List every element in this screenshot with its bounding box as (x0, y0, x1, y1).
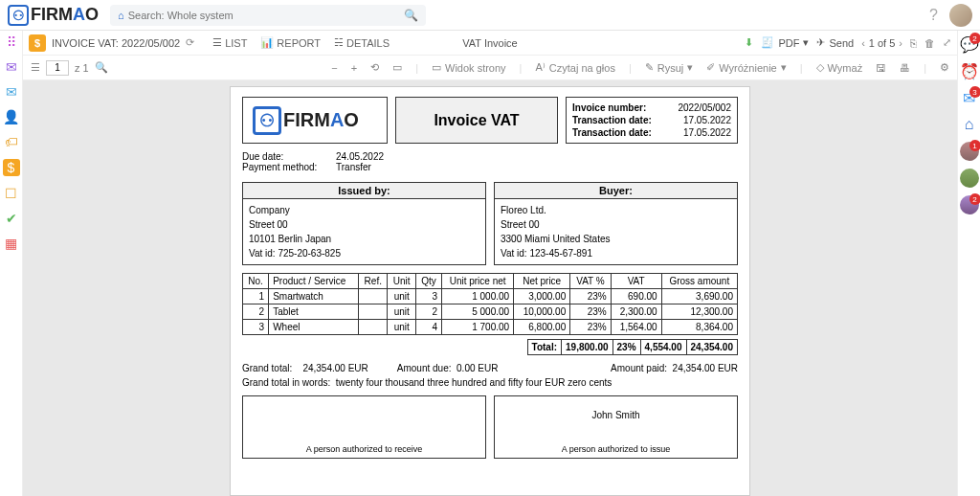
erase-icon: ◇ (816, 61, 824, 74)
search-icon[interactable]: 🔍 (404, 9, 418, 22)
print-icon[interactable]: 🖶 (900, 62, 910, 74)
speaker-icon: A⁾ (535, 61, 545, 74)
logo-icon: ⚇ (8, 5, 29, 26)
left-sidebar: ⠿ ✉ ✉ 👤 🏷 $ ☐ ✔ ▦ (0, 31, 23, 496)
highlight-icon: ✐ (706, 61, 715, 74)
pdf-viewer-toolbar: ☰ z 1 🔍 − + ⟲ ▭ | ▭Widok strony | A⁾Czyt… (23, 56, 957, 80)
view-list-button[interactable]: ☰LIST (208, 34, 252, 51)
view-details-button[interactable]: ☵DETAILS (329, 34, 394, 51)
send-icon: ✈ (816, 36, 825, 49)
sidebar-tag-icon[interactable]: 🏷 (4, 134, 19, 149)
invoice-meta: Invoice number:2022/05/002 Transaction d… (566, 97, 738, 144)
app-logo: ⚇ FIRMAO (8, 5, 99, 26)
invoice-logo-box: ⚇ FIRMAO (242, 97, 388, 144)
invoice-logo-icon: ⚇ (253, 106, 281, 135)
page-info: 1 of 5 (869, 37, 896, 49)
page-view-icon: ▭ (432, 61, 441, 74)
invoice-page: ⚇ FIRMAO Invoice VAT Invoice number:2022… (230, 86, 750, 496)
doc-title: INVOICE VAT: 2022/05/002 (52, 37, 180, 49)
invoice-title: Invoice VAT (395, 97, 558, 144)
buyer-box: Buyer: Floreo Ltd. Street 00 3300 Miami … (494, 182, 738, 265)
send-button[interactable]: ✈Send (816, 36, 854, 49)
table-row: 1Smartwatchunit31 000.003,000.0023%690.0… (243, 289, 738, 304)
sidebar-chat-icon[interactable]: ✉ (4, 59, 19, 75)
table-row: 2Tabletunit25 000.0010,000.0023%2,300.00… (243, 304, 738, 320)
report-icon: 📊 (260, 36, 274, 49)
search-scope-icon: ⌂ (118, 10, 124, 21)
refresh-icon[interactable]: ⟳ (186, 36, 194, 49)
search-input[interactable] (128, 10, 404, 21)
presence-user-1[interactable]: 1 (960, 142, 979, 161)
presence-user-2[interactable] (960, 169, 979, 188)
zoom-in-icon[interactable]: + (351, 62, 357, 74)
delete-icon[interactable]: 🗑 (924, 37, 935, 49)
sidebar-box-icon[interactable]: ☐ (4, 186, 19, 201)
draw-icon: ✎ (645, 61, 654, 74)
logo-text: FIRM (31, 5, 73, 25)
issued-by-box: Issued by: Company Street 00 10101 Berli… (242, 182, 486, 265)
sidebar-mail-icon[interactable]: ✉ (4, 84, 19, 100)
expand-icon[interactable]: ⤢ (943, 36, 951, 49)
download-icon[interactable]: ⬇ (745, 36, 753, 49)
notif-logo[interactable]: ⌂ (960, 115, 979, 134)
find-icon[interactable]: 🔍 (95, 61, 108, 74)
details-icon: ☵ (334, 36, 344, 49)
items-table: No. Product / Service Ref. Unit Qty Unit… (242, 273, 738, 335)
pdf-dropdown[interactable]: 🧾PDF▾ (761, 36, 809, 49)
invoice-due: Due date:24.05.2022 Payment method:Trans… (242, 151, 738, 172)
notif-chat[interactable]: 💬2 (960, 34, 979, 54)
list-icon: ☰ (212, 36, 222, 49)
doc-type-badge-icon: $ (29, 34, 46, 52)
sidebar-toggle-icon[interactable]: ☰ (31, 61, 40, 74)
signature-receiver: A person authorized to receive (242, 395, 486, 459)
page-input[interactable] (46, 60, 69, 76)
sidebar-check-icon[interactable]: ✔ (4, 211, 19, 226)
page-prev-icon[interactable]: ‹ (861, 37, 865, 49)
draw-button[interactable]: ✎Rysuj▾ (645, 61, 694, 74)
page-nav: ‹ 1 of 5 › (861, 37, 902, 49)
right-sidebar: 💬2 ⏰ ✉3 ⌂ 1 2 (957, 31, 980, 496)
read-aloud-button[interactable]: A⁾Czytaj na głos (535, 61, 614, 74)
rotate-icon[interactable]: ⟲ (370, 61, 379, 74)
signature-issuer: John Smith A person authorized to issue (494, 395, 738, 459)
page-next-icon[interactable]: › (899, 37, 902, 49)
sidebar-finance-icon[interactable]: $ (3, 159, 20, 176)
highlight-button[interactable]: ✐Wyróżnienie▾ (706, 61, 786, 74)
table-row: 3Wheelunit41 700.006,800.0023%1,564.008,… (243, 320, 738, 335)
page-view-button[interactable]: ▭Widok strony (432, 61, 506, 74)
copy-icon[interactable]: ⎘ (910, 37, 917, 49)
erase-button[interactable]: ◇Wymaż (816, 61, 863, 74)
zoom-out-icon[interactable]: − (331, 62, 337, 74)
document-viewport[interactable]: ⚇ FIRMAO Invoice VAT Invoice number:2022… (23, 80, 957, 496)
grand-totals: Grand total: 24,354.00 EUR Amount due: 0… (242, 363, 738, 388)
presence-user-3[interactable]: 2 (960, 195, 979, 214)
table-header-row: No. Product / Service Ref. Unit Qty Unit… (243, 274, 738, 289)
sidebar-user-icon[interactable]: 👤 (4, 109, 19, 124)
doc-type-label: VAT Invoice (462, 37, 517, 49)
view-report-button[interactable]: 📊REPORT (256, 34, 325, 51)
notif-alarm[interactable]: ⏰ (960, 61, 979, 80)
sidebar-apps-icon[interactable]: ⠿ (4, 34, 19, 50)
sidebar-calendar-icon[interactable]: ▦ (4, 236, 19, 251)
search-container[interactable]: ⌂ 🔍 (110, 5, 426, 26)
help-icon[interactable]: ? (929, 7, 938, 24)
totals-table: Total: 19,800.00 23% 4,554.00 24,354.00 (242, 339, 738, 355)
notif-mail[interactable]: ✉3 (960, 88, 979, 107)
pdf-icon: 🧾 (761, 36, 774, 49)
save-icon[interactable]: 🖫 (876, 62, 886, 74)
fit-icon[interactable]: ▭ (392, 61, 402, 74)
page-total: z 1 (75, 62, 89, 74)
user-avatar[interactable] (949, 4, 972, 27)
settings-icon[interactable]: ⚙ (940, 61, 949, 74)
document-toolbar: $ INVOICE VAT: 2022/05/002 ⟳ ☰LIST 📊REPO… (23, 31, 957, 56)
app-header: ⚇ FIRMAO ⌂ 🔍 ? (0, 0, 980, 31)
